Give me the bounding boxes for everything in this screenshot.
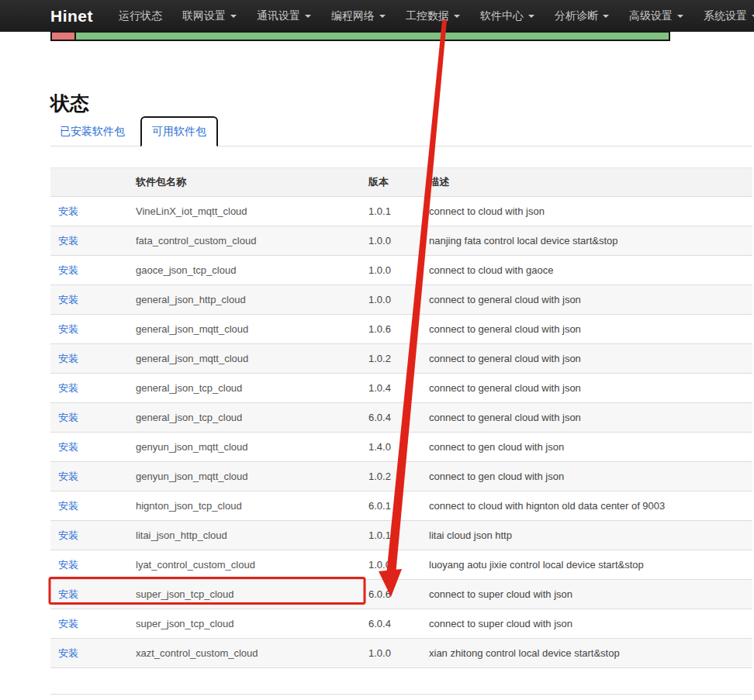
nav-item-run-status: 运行状态 [109,0,172,32]
package-name: hignton_json_tcp_cloud [136,491,368,521]
tab-installed: 已安装软件包 [50,117,134,147]
caret-down-icon [454,15,460,18]
nav-link-advanced-settings[interactable]: 高级设置 [619,9,693,23]
package-version: 6.0.4 [368,609,429,639]
package-version: 1.4.0 [368,433,429,462]
nav-item-advanced-settings: 高级设置 [619,0,693,32]
table-row: 安装genyun_json_mqtt_cloud1.4.0connect to … [50,433,752,462]
package-name: general_json_mqtt_cloud [136,344,368,374]
install-cell: 安装 [50,256,136,285]
table-row: 安装super_json_tcp_cloud6.0.6connect to su… [50,580,752,609]
brand-logo[interactable]: Hinet [50,7,93,26]
nav-link-system-settings[interactable]: 系统设置 [693,9,754,23]
install-link[interactable]: 安装 [58,294,78,305]
nav-item-comm-settings: 通讯设置 [247,0,321,32]
install-cell: 安装 [50,639,136,668]
nav-item-network-settings: 联网设置 [172,0,247,32]
package-name: super_json_tcp_cloud [136,609,368,639]
package-description: luoyang aotu jixie control local device … [429,550,752,580]
package-name: gaoce_json_tcp_cloud [136,256,368,285]
tab-link-available[interactable]: 可用软件包 [140,116,218,147]
install-cell: 安装 [50,462,136,491]
nav-link-programming-network[interactable]: 编程网络 [321,9,396,23]
package-version: 1.0.2 [368,462,429,491]
nav-link-industrial-data[interactable]: 工控数据 [396,9,470,23]
nav-menu: 运行状态联网设置通讯设置编程网络工控数据软件中心分析诊断高级设置系统设置退出 [109,0,754,32]
table-row: 安装general_json_tcp_cloud6.0.4connect to … [50,403,752,433]
package-version: 1.0.4 [368,374,429,403]
table-row: 安装general_json_mqtt_cloud1.0.2connect to… [50,344,752,374]
install-cell: 安装 [50,609,136,639]
package-name: general_json_tcp_cloud [136,403,368,433]
install-link[interactable]: 安装 [58,500,78,512]
table-row: 安装genyun_json_mqtt_cloud1.0.2connect to … [50,462,752,491]
caret-down-icon [305,15,311,18]
package-name: VineLinX_iot_mqtt_cloud [136,197,368,226]
package-name: general_json_mqtt_cloud [136,315,368,344]
package-version: 1.0.0 [368,285,429,315]
package-version: 1.0.2 [368,344,429,374]
install-link[interactable]: 安装 [58,323,78,335]
caret-down-icon [677,15,683,18]
table-row: 安装general_json_http_cloud1.0.0connect to… [50,285,752,315]
install-link[interactable]: 安装 [58,559,78,571]
table-header-row: 软件包名称 版本 描述 [50,168,752,197]
package-version: 1.0.6 [368,315,429,344]
install-link[interactable]: 安装 [58,235,78,247]
package-description: litai cloud json http [429,521,752,550]
package-name: fata_control_custom_cloud [136,226,368,256]
tab-available: 可用软件包 [134,116,218,147]
package-name: super_json_tcp_cloud [136,580,368,609]
install-link[interactable]: 安装 [58,471,78,482]
table-row: 安装lyat_control_custom_cloud1.0.0luoyang … [50,550,752,580]
tab-link-installed[interactable]: 已安装软件包 [50,117,134,147]
nav-item-analysis-diagnosis: 分析诊断 [545,0,619,32]
package-table: 软件包名称 版本 描述 安装VineLinX_iot_mqtt_cloud1.0… [50,167,752,668]
install-cell: 安装 [50,491,136,521]
col-header-description: 描述 [429,168,752,197]
package-description: connect to cloud with json [429,197,752,226]
install-link[interactable]: 安装 [58,353,78,364]
install-cell: 安装 [50,226,136,256]
install-link[interactable]: 安装 [58,618,78,629]
install-link[interactable]: 安装 [58,441,78,453]
nav-link-analysis-diagnosis[interactable]: 分析诊断 [545,9,619,23]
tab-bar: 已安装软件包可用软件包 [50,116,752,147]
install-link[interactable]: 安装 [58,588,78,600]
install-cell: 安装 [50,374,136,403]
table-row: 安装fata_control_custom_cloud1.0.0nanjing … [50,226,752,256]
package-description: connect to gen cloud with json [429,462,752,491]
nav-link-network-settings[interactable]: 联网设置 [172,9,247,23]
nav-item-system-settings: 系统设置 [693,0,754,32]
install-link[interactable]: 安装 [58,205,78,217]
package-version: 6.0.6 [368,580,429,609]
nav-link-software-center[interactable]: 软件中心 [470,9,545,23]
install-link[interactable]: 安装 [58,647,78,659]
table-row: 安装super_json_tcp_cloud6.0.4connect to su… [50,609,752,639]
nav-item-software-center: 软件中心 [470,0,545,32]
package-description: connect to general cloud with json [429,344,752,374]
install-link[interactable]: 安装 [58,264,78,276]
package-name: genyun_json_mqtt_cloud [136,433,368,462]
package-version: 6.0.4 [368,403,429,433]
install-link[interactable]: 安装 [58,412,78,423]
install-link[interactable]: 安装 [58,529,78,541]
caret-down-icon [379,15,386,18]
package-name: general_json_tcp_cloud [136,374,368,403]
install-link[interactable]: 安装 [58,382,78,394]
package-description: connect to general cloud with json [429,403,752,433]
install-cell: 安装 [50,433,136,462]
install-cell: 安装 [50,403,136,433]
package-version: 1.0.0 [368,639,429,668]
caret-down-icon [230,15,237,18]
nav-link-run-status[interactable]: 运行状态 [109,9,172,23]
package-version: 6.0.1 [368,491,429,521]
col-header-install [50,168,136,197]
package-description: nanjing fata control local device start&… [429,226,752,256]
package-name: lyat_control_custom_cloud [136,550,368,580]
nav-link-comm-settings[interactable]: 通讯设置 [247,9,321,23]
table-row: 安装litai_json_http_cloud1.0.1litai cloud … [50,521,752,550]
package-description: connect to super cloud with json [429,580,752,609]
package-description: connect to cloud with hignton old data c… [429,491,752,521]
navbar: Hinet 运行状态联网设置通讯设置编程网络工控数据软件中心分析诊断高级设置系统… [0,0,754,32]
